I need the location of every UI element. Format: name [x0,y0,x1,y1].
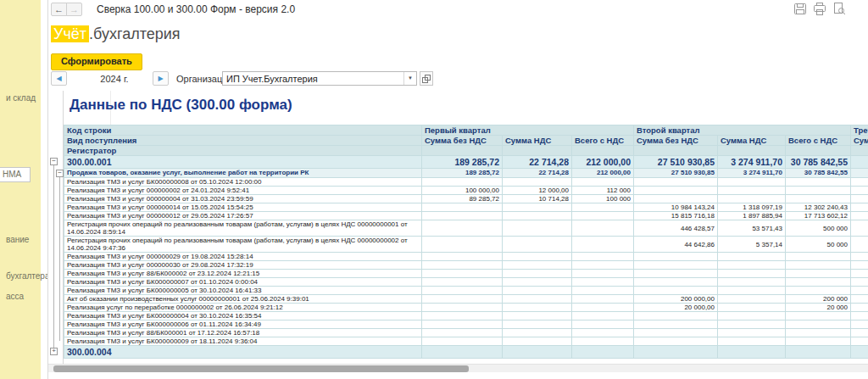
detail-value-1[interactable] [503,270,572,278]
detail-label[interactable]: Реализация ТМЗ и услуг 88/БК000002 от 23… [64,270,422,278]
detail-value-0[interactable] [422,329,503,337]
header-kind[interactable]: Вид поступления [64,136,422,146]
detail-value-0[interactable] [422,312,503,320]
detail-value-2[interactable] [572,312,634,320]
detail-value-1[interactable]: 10 714,28 [503,195,572,203]
detail-value-2[interactable] [572,212,634,220]
detail-value-4[interactable] [718,253,786,261]
total-value-4[interactable] [718,346,786,359]
detail-value-4[interactable]: 5 357,14 [718,237,786,253]
detail-label[interactable]: Регистрация прочих операций по реализова… [64,220,422,237]
detail-value-2[interactable] [572,237,634,253]
detail-value-0[interactable] [422,337,503,346]
detail-label[interactable]: Реализация ТМЗ и услуг БК000000009 от 18… [64,337,422,346]
detail-value-3[interactable] [634,278,718,287]
sidebar-item-sklad[interactable]: и склад [6,93,36,103]
print-preview-icon[interactable] [832,3,846,15]
detail-value-3[interactable] [634,178,718,187]
detail-label[interactable]: Реализация услуг по переработке 00000000… [64,304,422,312]
detail-value-0[interactable] [422,304,503,312]
detail-label[interactable]: Регистрация прочих операций по реализова… [64,237,422,253]
detail-label[interactable]: Реализация ТМЗ и услуг 000000012 от 29.0… [64,212,422,220]
detail-value-q3[interactable] [851,195,868,203]
detail-value-3[interactable]: 20 000,00 [634,304,718,312]
detail-value-q3[interactable] [851,203,868,212]
detail-value-0[interactable]: 100 000,00 [422,187,503,195]
detail-value-5[interactable] [786,187,851,195]
detail-value-3[interactable]: 10 984 143,24 [634,203,718,212]
header-quarter-3[interactable]: Третий квартал [851,125,868,136]
header-value-q2-2[interactable]: Всего с НДС [786,136,851,146]
detail-value-4[interactable] [718,304,786,312]
detail-value-q3[interactable] [851,295,868,304]
total-value-3[interactable] [634,346,718,359]
header-value-q1-2[interactable]: Всего с НДС [572,136,634,146]
detail-value-5[interactable]: 200 000 [786,295,851,304]
detail-value-2[interactable] [572,337,634,346]
header-empty[interactable] [634,146,718,156]
total-label[interactable]: 300.00.001 [64,156,422,169]
detail-value-4[interactable] [718,178,786,187]
sidebar-item-kassa[interactable]: асса [6,292,24,301]
print-icon[interactable] [813,3,826,15]
total-value-1[interactable]: 22 714,28 [503,156,572,169]
detail-value-4[interactable] [718,337,786,346]
detail-value-5[interactable] [786,312,851,320]
subgroup-value-q3[interactable] [851,169,868,178]
detail-value-q3[interactable] [851,287,868,295]
horizontal-scrollbar-thumb[interactable] [53,365,469,372]
detail-value-4[interactable] [718,270,786,278]
detail-value-5[interactable] [786,337,851,346]
detail-value-q3[interactable] [851,320,868,329]
detail-label[interactable]: Реализация ТМЗ и услуг 000000002 от 24.0… [64,187,422,195]
detail-value-4[interactable] [718,195,786,203]
forward-button[interactable]: → [66,3,82,16]
next-year-button[interactable]: ▶ [153,71,169,86]
total-label[interactable]: 300.00.004 [64,346,422,359]
detail-value-q3[interactable] [851,261,868,270]
detail-value-3[interactable]: 200 000,00 [634,295,718,304]
detail-value-q3[interactable] [851,212,868,220]
detail-value-0[interactable] [422,237,503,253]
detail-value-5[interactable]: 500 000 [786,220,851,237]
detail-value-1[interactable] [503,203,572,212]
detail-value-3[interactable] [634,337,718,346]
detail-value-5[interactable] [786,195,851,203]
detail-value-1[interactable] [503,304,572,312]
total-value-0[interactable] [422,346,503,359]
detail-value-1[interactable] [503,220,572,237]
detail-value-3[interactable]: 44 642,86 [634,237,718,253]
header-quarter-2[interactable]: Второй квартал [634,125,851,136]
total-value-2[interactable] [572,346,634,359]
total-value-5[interactable]: 30 785 842,55 [786,156,851,169]
detail-value-3[interactable] [634,195,718,203]
detail-value-3[interactable] [634,329,718,337]
detail-value-5[interactable] [786,178,851,187]
detail-value-3[interactable] [634,287,718,295]
detail-value-1[interactable] [503,329,572,337]
detail-value-q3[interactable] [851,278,868,287]
group-collapse-300-00-001[interactable]: − [50,158,58,165]
detail-value-5[interactable]: 50 000 [786,237,851,253]
detail-value-1[interactable] [503,295,572,304]
detail-value-2[interactable] [572,287,634,295]
detail-value-3[interactable] [634,312,718,320]
header-value-q1-1[interactable]: Сумма НДС [503,136,572,146]
detail-value-2[interactable] [572,253,634,261]
detail-value-2[interactable] [572,295,634,304]
detail-value-2[interactable] [572,320,634,329]
header-value-q2-0[interactable]: Сумма без НДС [634,136,718,146]
header-empty[interactable] [786,146,851,156]
group-expand-300-00-004[interactable]: + [50,348,58,355]
detail-value-3[interactable]: 15 815 716,18 [634,212,718,220]
detail-label[interactable]: Реализация ТМЗ и услуг 88/БК000001 от 17… [64,329,422,337]
detail-value-3[interactable] [634,270,718,278]
header-empty[interactable] [851,146,868,156]
detail-value-2[interactable] [572,261,634,270]
subgroup-value-5[interactable]: 30 785 842,55 [786,169,851,178]
detail-value-4[interactable] [718,261,786,270]
detail-label[interactable]: Акт об оказании производственных услуг 0… [64,295,422,304]
sidebar-item-buhgaltera[interactable]: бухгалтера [6,271,49,281]
header-value-q3-0[interactable]: Сумма без НДС [851,136,868,146]
detail-value-0[interactable] [422,178,503,187]
